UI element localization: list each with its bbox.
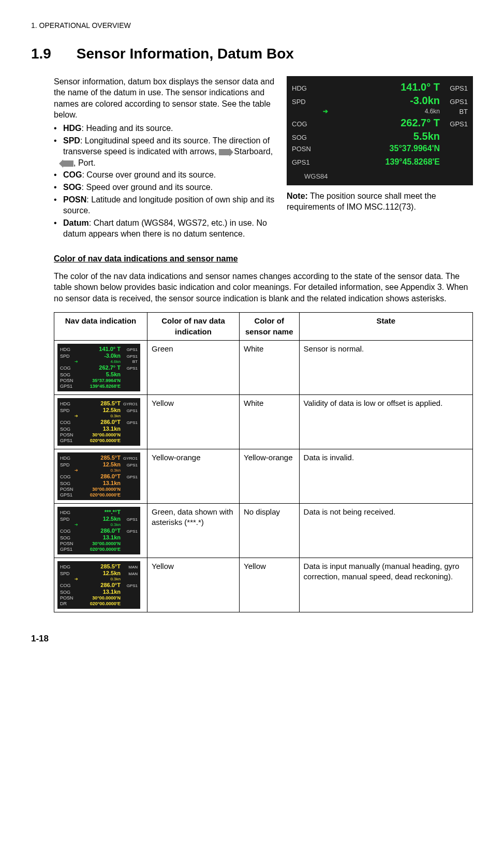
subheading: Color of nav data indications and sensor… bbox=[54, 253, 473, 265]
nav-indication-cell: HDG285.5°TMANSPD12.5knMAN➔0.3knCOG286.0°… bbox=[54, 558, 147, 612]
item-desc: : Course over ground and its source. bbox=[82, 170, 216, 179]
item-desc: : Latitude and longitude position of own… bbox=[63, 195, 274, 215]
db-label: HDG bbox=[292, 84, 323, 93]
chapter-header: 1. OPERATIONAL OVERVIEW bbox=[31, 21, 473, 31]
state-cell: Data is invalid. bbox=[299, 449, 472, 503]
table-header-row: Nav data indication Color of nav data in… bbox=[54, 313, 473, 341]
list-item: SPD: Longitudinal speed and its source. … bbox=[54, 135, 276, 169]
item-desc: : Heading and its source. bbox=[82, 124, 173, 133]
db-label: GPS1 bbox=[292, 158, 323, 167]
color-table: Nav data indication Color of nav data in… bbox=[54, 312, 473, 612]
sensor-color-cell: Yellow-orange bbox=[240, 449, 300, 503]
nav-color-cell: Green bbox=[147, 340, 240, 394]
db-aux-value: 4.6kn bbox=[330, 107, 443, 116]
db-label: SPD bbox=[292, 97, 323, 107]
body-paragraph: The color of the nav data indications an… bbox=[54, 271, 473, 304]
state-cell: Data is not being received. bbox=[299, 503, 472, 558]
db-label: POSN bbox=[292, 144, 323, 154]
db-label: COG bbox=[292, 120, 323, 129]
figure-note: Note: The position source shall meet the… bbox=[287, 191, 473, 213]
table-row: HDG285.5°TMANSPD12.5knMAN➔0.3knCOG286.0°… bbox=[54, 558, 473, 612]
item-desc: : Chart datum (WGS84, WGS72, etc.) in us… bbox=[63, 218, 267, 239]
table-row: HDG141.0° TGPS1SPD-3.0knGPS1➔4.6knBTCOG2… bbox=[54, 340, 473, 394]
nav-color-cell: Yellow bbox=[147, 558, 240, 612]
nav-color-cell: Green, data shown with asterisks (***.*) bbox=[147, 503, 240, 558]
bullet-list: HDG: Heading and its source. SPD: Longit… bbox=[54, 123, 276, 240]
table-row: HDG285.5°TGYRO1SPD12.5knGPS1➔0.3knCOG286… bbox=[54, 449, 473, 503]
sensor-color-cell: White bbox=[240, 340, 300, 394]
arrow-icon: ➔ bbox=[323, 107, 328, 116]
mini-datum-box: HDG***.*°TSPD12.5knGPS1➔0.3knCOG286.0°TG… bbox=[57, 507, 140, 554]
db-value: 262.7° T bbox=[323, 116, 443, 130]
intro-paragraph: Sensor information, datum box displays t… bbox=[54, 76, 276, 121]
note-text: The position source shall meet the requi… bbox=[287, 192, 436, 212]
item-desc: , Port. bbox=[73, 158, 96, 167]
note-label: Note: bbox=[287, 192, 308, 200]
table-header: Color of sensor name bbox=[240, 313, 300, 341]
state-cell: Sensor is normal. bbox=[299, 340, 472, 394]
table-header: Color of nav data indication bbox=[147, 313, 240, 341]
state-cell: Data is input manually (manual heading, … bbox=[299, 558, 472, 612]
section-title-text: Sensor Information, Datum Box bbox=[77, 46, 294, 62]
db-source: BT bbox=[443, 107, 468, 116]
sensor-color-cell: White bbox=[240, 394, 300, 449]
section-title: 1.9 Sensor Information, Datum Box bbox=[31, 44, 473, 64]
section-number: 1.9 bbox=[31, 44, 72, 64]
state-cell: Validity of data is low or offset is app… bbox=[299, 394, 472, 449]
nav-indication-cell: HDG141.0° TGPS1SPD-3.0knGPS1➔4.6knBTCOG2… bbox=[54, 340, 147, 394]
arrow-starboard-icon bbox=[219, 149, 229, 155]
db-value: 5.5kn bbox=[323, 129, 443, 143]
list-item: SOG: Speed over ground and its source. bbox=[54, 182, 276, 193]
db-value: 139°45.8268'E bbox=[323, 156, 443, 168]
table-header: State bbox=[299, 313, 472, 341]
page-number: 1-18 bbox=[31, 633, 473, 645]
item-term: Datum bbox=[63, 218, 89, 227]
nav-color-cell: Yellow bbox=[147, 394, 240, 449]
list-item: HDG: Heading and its source. bbox=[54, 123, 276, 134]
item-desc: : Speed over ground and its source. bbox=[82, 183, 213, 192]
list-item: POSN: Latitude and longitude position of… bbox=[54, 194, 276, 216]
mini-datum-box: HDG141.0° TGPS1SPD-3.0knGPS1➔4.6knBTCOG2… bbox=[57, 344, 140, 391]
db-label: SOG bbox=[292, 133, 323, 142]
item-term: POSN bbox=[63, 195, 86, 204]
nav-indication-cell: HDG285.5°TGYRO1SPD12.5knGPS1➔0.3knCOG286… bbox=[54, 394, 147, 449]
item-term: COG bbox=[63, 170, 82, 179]
list-item: COG: Course over ground and its source. bbox=[54, 169, 276, 181]
item-term: HDG bbox=[63, 124, 82, 133]
figure-column: HDG141.0° TGPS1 SPD-3.0knGPS1 ➔4.6knBT C… bbox=[287, 76, 473, 241]
item-term: SPD bbox=[63, 136, 80, 145]
mini-datum-box: HDG285.5°TGYRO1SPD12.5knGPS1➔0.3knCOG286… bbox=[57, 452, 140, 500]
db-value: 141.0° T bbox=[323, 80, 443, 94]
db-source: GPS1 bbox=[443, 97, 468, 107]
mini-datum-box: HDG285.5°TGYRO1SPD12.5knGPS1➔0.3knCOG286… bbox=[57, 398, 140, 446]
table-row: HDG***.*°TSPD12.5knGPS1➔0.3knCOG286.0°TG… bbox=[54, 503, 473, 558]
db-source: GPS1 bbox=[443, 84, 468, 93]
item-desc: , Starboard, bbox=[229, 147, 273, 156]
nav-indication-cell: HDG***.*°TSPD12.5knGPS1➔0.3knCOG286.0°TG… bbox=[54, 503, 147, 558]
table-header: Nav data indication bbox=[54, 313, 147, 341]
intro-column: Sensor information, datum box displays t… bbox=[54, 76, 276, 241]
db-value: -3.0kn bbox=[323, 94, 443, 108]
nav-indication-cell: HDG285.5°TGYRO1SPD12.5knGPS1➔0.3knCOG286… bbox=[54, 449, 147, 503]
mini-datum-box: HDG285.5°TMANSPD12.5knMAN➔0.3knCOG286.0°… bbox=[57, 561, 140, 609]
sensor-color-cell: No display bbox=[240, 503, 300, 558]
sensor-color-cell: Yellow bbox=[240, 558, 300, 612]
datum-box-figure: HDG141.0° TGPS1 SPD-3.0knGPS1 ➔4.6knBT C… bbox=[287, 76, 473, 185]
db-value: 35°37.9964'N bbox=[323, 143, 443, 154]
item-term: SOG bbox=[63, 183, 82, 192]
db-datum: WGS84 bbox=[292, 170, 468, 181]
db-source: GPS1 bbox=[443, 120, 468, 129]
list-item: Datum: Chart datum (WGS84, WGS72, etc.) … bbox=[54, 217, 276, 240]
nav-color-cell: Yellow-orange bbox=[147, 449, 240, 503]
arrow-port-icon bbox=[63, 160, 73, 167]
table-row: HDG285.5°TGYRO1SPD12.5knGPS1➔0.3knCOG286… bbox=[54, 394, 473, 449]
